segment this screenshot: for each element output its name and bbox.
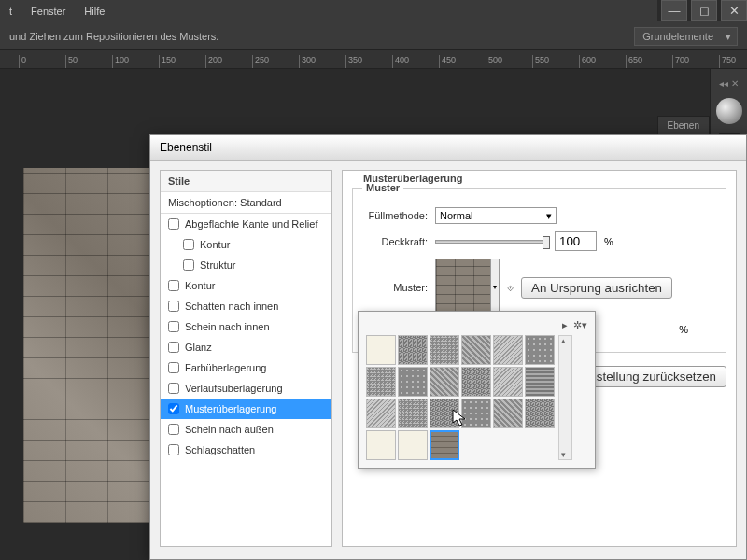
picker-play-icon[interactable]: ▸ xyxy=(562,319,568,331)
ruler-mark: 100 xyxy=(112,55,159,68)
style-item[interactable]: Farbüberlagerung xyxy=(161,357,331,378)
pattern-fill-preview xyxy=(23,168,163,523)
style-item[interactable]: Schatten nach innen xyxy=(161,296,331,316)
style-checkbox[interactable] xyxy=(183,239,194,250)
ruler-mark: 700 xyxy=(672,55,719,68)
snap-origin-button[interactable]: An Ursprung ausrichten xyxy=(521,277,672,299)
ruler-mark: 650 xyxy=(626,55,672,68)
menu-item-window[interactable]: Fenster xyxy=(31,6,65,17)
style-item[interactable]: Verlaufsüberlagerung xyxy=(161,378,331,399)
pattern-swatch[interactable] xyxy=(430,399,459,428)
close-button[interactable]: ✕ xyxy=(721,0,747,21)
ruler-mark: 50 xyxy=(65,55,112,68)
style-label: Schatten nach innen xyxy=(185,301,278,312)
style-checkbox[interactable] xyxy=(168,342,179,353)
style-item[interactable]: Musterüberlagerung xyxy=(161,399,331,419)
style-item[interactable]: Schein nach innen xyxy=(161,316,331,337)
style-item[interactable]: Schlagschatten xyxy=(161,440,331,460)
picker-scrollbar[interactable] xyxy=(558,335,572,460)
ruler-mark: 0 xyxy=(19,55,65,68)
style-checkbox[interactable] xyxy=(168,403,179,414)
style-item[interactable]: Glanz xyxy=(161,337,331,357)
style-label: Kontur xyxy=(185,280,215,291)
ruler-mark: 250 xyxy=(252,55,299,68)
style-checkbox[interactable] xyxy=(168,424,179,435)
maximize-button[interactable]: ◻ xyxy=(691,0,717,21)
pattern-swatch[interactable] xyxy=(493,367,523,397)
canvas[interactable] xyxy=(23,168,163,523)
ruler-mark: 750 xyxy=(719,55,747,68)
pattern-swatch[interactable] xyxy=(398,430,428,460)
3d-sphere-icon[interactable] xyxy=(716,98,742,124)
pattern-swatch[interactable] xyxy=(525,335,555,365)
style-label: Verlaufsüberlagerung xyxy=(185,383,283,394)
style-label: Abgeflachte Kante und Relief xyxy=(185,218,318,230)
style-checkbox[interactable] xyxy=(168,444,179,455)
pattern-swatch[interactable] xyxy=(525,367,555,397)
pattern-swatch[interactable] xyxy=(398,399,428,428)
pattern-swatch[interactable] xyxy=(461,367,491,397)
pattern-swatch[interactable] xyxy=(366,367,396,397)
pattern-swatch[interactable] xyxy=(398,335,428,365)
dialog-title: Ebenenstil xyxy=(150,135,746,161)
pattern-swatch[interactable] xyxy=(366,399,396,428)
blend-mode-select[interactable]: Normal xyxy=(435,207,557,224)
preset-dropdown[interactable]: Grundelemente xyxy=(634,27,738,46)
ruler-mark: 450 xyxy=(439,55,486,68)
minimize-button[interactable]: — xyxy=(661,0,687,21)
opacity-unit: % xyxy=(604,236,613,247)
pattern-preview[interactable] xyxy=(435,259,491,315)
style-item[interactable]: Struktur xyxy=(161,255,331,275)
pattern-label: Muster: xyxy=(362,282,428,293)
pattern-swatch[interactable] xyxy=(430,367,459,397)
ruler-mark: 350 xyxy=(345,55,392,68)
pattern-swatch[interactable] xyxy=(366,430,396,460)
style-label: Farbüberlagerung xyxy=(185,362,266,373)
blend-mode-label: Füllmethode: xyxy=(362,210,428,221)
style-label: Glanz xyxy=(185,342,212,353)
style-item[interactable]: Schein nach außen xyxy=(161,419,331,440)
style-checkbox[interactable] xyxy=(168,218,179,230)
ruler-mark: 300 xyxy=(299,55,345,68)
link-icon[interactable]: ⟐ xyxy=(507,281,514,294)
style-checkbox[interactable] xyxy=(168,301,179,312)
pattern-swatch[interactable] xyxy=(493,335,523,365)
style-label: Schein nach innen xyxy=(185,321,270,332)
swatch-grid xyxy=(366,335,555,460)
pattern-swatch[interactable] xyxy=(525,399,555,428)
ruler-mark: 400 xyxy=(392,55,439,68)
style-item[interactable]: Kontur xyxy=(161,275,331,296)
pattern-swatch[interactable] xyxy=(461,399,491,428)
layers-panel-tab[interactable]: Ebenen xyxy=(657,116,710,135)
style-item[interactable]: Abgeflachte Kante und Relief xyxy=(161,214,331,234)
pattern-swatch[interactable] xyxy=(461,335,491,365)
style-label: Schlagschatten xyxy=(185,444,255,455)
menu-item-help[interactable]: Hilfe xyxy=(84,6,105,17)
style-label: Schein nach außen xyxy=(185,424,274,435)
pattern-swatch[interactable] xyxy=(493,399,523,428)
ruler-mark: 500 xyxy=(486,55,532,68)
panel-collapse-icon[interactable]: ◂◂ ✕ xyxy=(711,78,747,89)
styles-list: Stile Mischoptionen: Standard Abgeflacht… xyxy=(160,170,332,547)
pattern-swatch[interactable] xyxy=(366,335,396,365)
style-checkbox[interactable] xyxy=(168,383,179,394)
style-item[interactable]: Kontur xyxy=(161,234,331,255)
style-checkbox[interactable] xyxy=(183,259,194,271)
pattern-swatch[interactable] xyxy=(398,367,428,397)
blend-options[interactable]: Mischoptionen: Standard xyxy=(161,192,331,214)
ruler-mark: 550 xyxy=(532,55,579,68)
style-label: Musterüberlagerung xyxy=(185,403,276,414)
pattern-swatch[interactable] xyxy=(430,430,459,460)
menu-item[interactable]: t xyxy=(9,6,12,17)
picker-gear-icon[interactable]: ✲▾ xyxy=(573,319,587,331)
style-label: Kontur xyxy=(200,239,230,250)
style-label: Struktur xyxy=(200,259,236,271)
pattern-swatch[interactable] xyxy=(430,335,459,365)
pattern-dropdown-arrow[interactable]: ▾ xyxy=(490,259,500,315)
ruler-mark: 150 xyxy=(159,55,205,68)
style-checkbox[interactable] xyxy=(168,362,179,373)
opacity-input[interactable] xyxy=(555,231,597,251)
style-checkbox[interactable] xyxy=(168,280,179,291)
opacity-slider[interactable] xyxy=(435,240,547,244)
style-checkbox[interactable] xyxy=(168,321,179,332)
